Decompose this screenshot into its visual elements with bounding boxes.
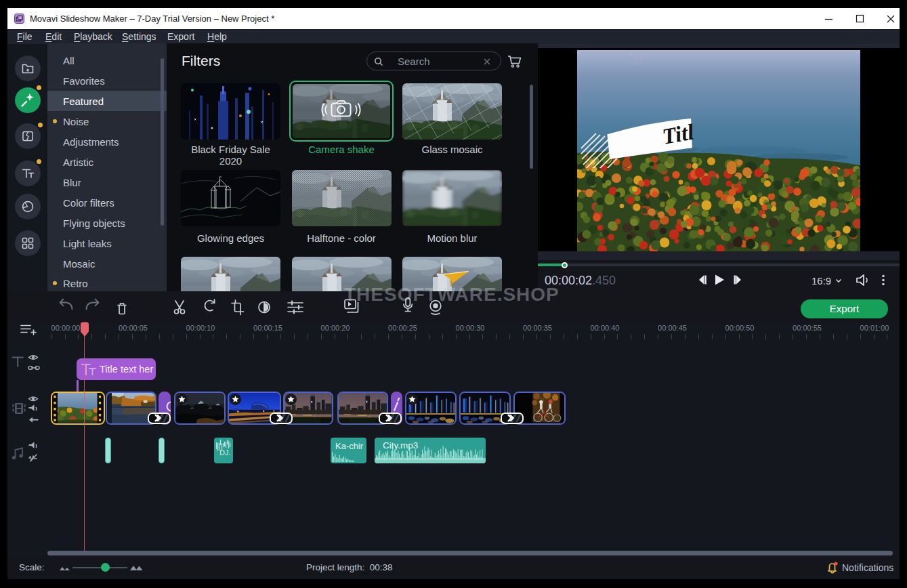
svg-text:DJ.: DJ. xyxy=(219,448,231,457)
svg-text:City.mp3: City.mp3 xyxy=(383,440,418,450)
svg-text:Ka-chir: Ka-chir xyxy=(335,441,364,451)
